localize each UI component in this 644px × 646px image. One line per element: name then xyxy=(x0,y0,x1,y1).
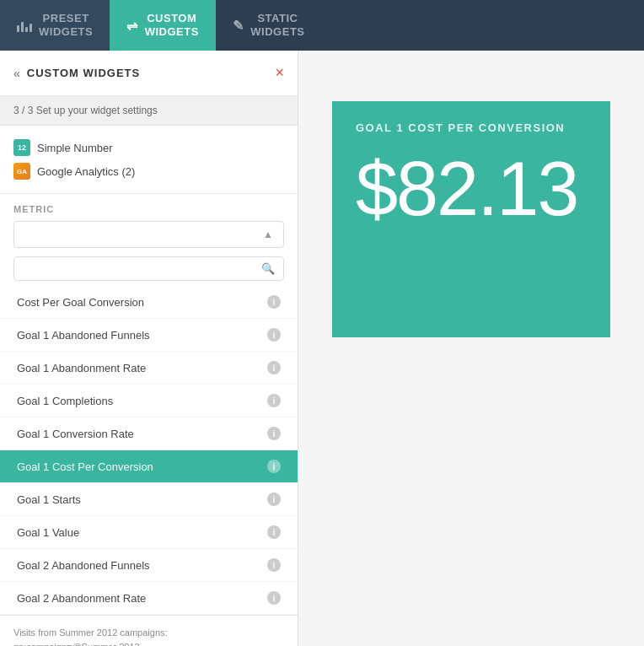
tab-custom[interactable]: ⇌ CustomWidgets xyxy=(110,0,216,51)
metric-label: METRIC xyxy=(13,204,284,214)
tab-static-label: StaticWidgets xyxy=(250,12,304,38)
tab-preset-label: PresetWidgets xyxy=(39,12,93,38)
info-icon[interactable]: i xyxy=(267,361,281,374)
info-icon[interactable]: i xyxy=(267,558,281,572)
metric-label-goal1-completions: Goal 1 Completions xyxy=(17,395,113,407)
info-icon[interactable]: i xyxy=(267,328,281,342)
metric-label-goal1-abandonment-rate: Goal 1 Abandonment Rate xyxy=(17,362,146,374)
widget-preview-title: GOAL 1 COST PER CONVERSION xyxy=(356,121,587,134)
source-google-analytics[interactable]: GA Google Analytics (2) xyxy=(13,159,284,183)
source-simple-number-label: Simple Number xyxy=(37,142,113,154)
right-panel: GOAL 1 COST PER CONVERSION $82.13 xyxy=(298,51,644,646)
main-layout: « CUSTOM WIDGETS × 3 / 3 Set up your wid… xyxy=(0,51,644,646)
info-icon[interactable]: i xyxy=(267,427,281,440)
sliders-icon: ⇌ xyxy=(126,18,138,34)
metric-label-goal1-conversion-rate: Goal 1 Conversion Rate xyxy=(17,428,134,440)
info-icon[interactable]: i xyxy=(267,591,281,605)
info-icon[interactable]: i xyxy=(267,295,281,309)
metric-item-goal1-conversion-rate[interactable]: Goal 1 Conversion Rate i xyxy=(0,417,298,450)
tab-preset[interactable]: PresetWidgets xyxy=(0,0,110,51)
source-items: 12 Simple Number GA Google Analytics (2) xyxy=(0,126,298,194)
metric-dropdown[interactable]: ▲ xyxy=(13,221,284,248)
google-analytics-icon: GA xyxy=(13,163,30,180)
simple-number-icon: 12 xyxy=(13,139,30,156)
metric-item-goal1-value[interactable]: Goal 1 Value i xyxy=(0,516,298,549)
search-bar: 🔍 xyxy=(13,256,284,281)
metric-label-goal1-cost-per-conversion: Goal 1 Cost Per Conversion xyxy=(17,460,153,473)
info-icon[interactable]: i xyxy=(267,493,281,506)
metric-label-cost-per-goal: Cost Per Goal Conversion xyxy=(17,296,144,309)
metric-label-goal2-abandonment-rate: Goal 2 Abandonment Rate xyxy=(17,592,146,605)
source-simple-number[interactable]: 12 Simple Number xyxy=(13,136,284,159)
metric-item-goal1-completions[interactable]: Goal 1 Completions i xyxy=(0,385,298,417)
info-icon[interactable]: i xyxy=(267,525,281,539)
metric-item-goal1-abandonment-rate[interactable]: Goal 1 Abandonment Rate i xyxy=(0,352,298,385)
info-icon[interactable]: i xyxy=(267,394,281,407)
metric-item-cost-per-goal[interactable]: Cost Per Goal Conversion i xyxy=(0,286,298,319)
panel-header: « CUSTOM WIDGETS × xyxy=(0,51,298,96)
panel-title-row: « CUSTOM WIDGETS xyxy=(13,67,140,80)
left-panel: « CUSTOM WIDGETS × 3 / 3 Set up your wid… xyxy=(0,51,298,646)
metric-item-goal1-starts[interactable]: Goal 1 Starts i xyxy=(0,483,298,516)
info-icon-selected[interactable]: i xyxy=(267,460,281,473)
tab-custom-label: CustomWidgets xyxy=(145,12,199,38)
widget-preview: GOAL 1 COST PER CONVERSION $82.13 xyxy=(332,101,610,337)
edit-icon: ✎ xyxy=(233,18,244,34)
metric-label-goal1-abandoned-funnels: Goal 1 Abandoned Funnels xyxy=(17,329,150,342)
footer-note: Visits from Summer 2012 campaigns:ga:cam… xyxy=(13,627,168,646)
metric-list: Cost Per Goal Conversion i Goal 1 Abando… xyxy=(0,286,298,615)
widget-preview-value: $82.13 xyxy=(356,151,587,227)
bar-chart-icon xyxy=(17,19,32,32)
step-bar: 3 / 3 Set up your widget settings xyxy=(0,96,298,126)
search-input[interactable] xyxy=(23,262,256,275)
metric-label-goal1-starts: Goal 1 Starts xyxy=(17,493,81,506)
back-icon[interactable]: « xyxy=(13,67,20,80)
source-google-analytics-label: Google Analytics (2) xyxy=(37,165,135,178)
metric-label-goal2-abandoned-funnels: Goal 2 Abandoned Funnels xyxy=(17,559,150,572)
close-button[interactable]: × xyxy=(275,64,284,82)
top-nav: PresetWidgets ⇌ CustomWidgets ✎ StaticWi… xyxy=(0,0,644,51)
search-icon: 🔍 xyxy=(261,262,275,275)
metric-section: METRIC ▲ xyxy=(0,194,298,251)
metric-item-goal1-abandoned-funnels[interactable]: Goal 1 Abandoned Funnels i xyxy=(0,319,298,352)
panel-footer: Visits from Summer 2012 campaigns:ga:cam… xyxy=(0,615,298,646)
metric-item-goal2-abandonment-rate[interactable]: Goal 2 Abandonment Rate i xyxy=(0,582,298,615)
chevron-up-icon: ▲ xyxy=(263,229,273,240)
metric-item-goal1-cost-per-conversion[interactable]: Goal 1 Cost Per Conversion i xyxy=(0,450,298,483)
metric-item-goal2-abandoned-funnels[interactable]: Goal 2 Abandoned Funnels i xyxy=(0,549,298,582)
tab-static[interactable]: ✎ StaticWidgets xyxy=(216,0,322,51)
metric-label-goal1-value: Goal 1 Value xyxy=(17,526,79,539)
panel-title: CUSTOM WIDGETS xyxy=(27,67,140,79)
step-text: 3 / 3 Set up your widget settings xyxy=(13,105,158,116)
